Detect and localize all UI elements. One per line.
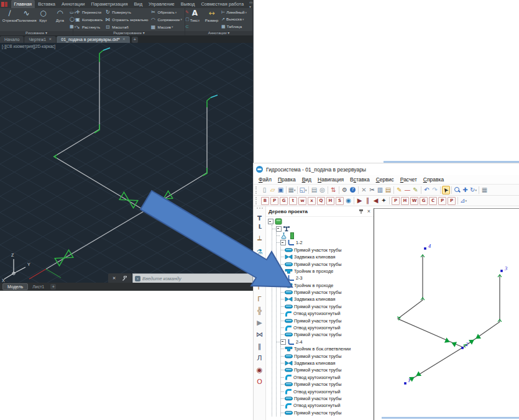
- tree-item-Тройник в проходе[interactable]: Тройник в проходе: [281, 282, 374, 289]
- close-icon[interactable]: ✕: [113, 276, 116, 281]
- tree-expander-icon[interactable]: [280, 275, 286, 281]
- pause-icon[interactable]: ‖: [364, 196, 372, 205]
- viewport-label[interactable]: [-][СВ изометрия][2D-каркас]: [2, 44, 55, 48]
- pipe-drawing[interactable]: ZXY: [0, 43, 253, 283]
- letter-button-G2[interactable]: G: [420, 197, 428, 205]
- connect-pencil-icon[interactable]: ✎: [395, 186, 403, 194]
- circle-tool-button[interactable]: ○Круг: [35, 9, 51, 30]
- wrench-icon[interactable]: [122, 276, 127, 281]
- letter-button-C2[interactable]: C: [429, 197, 437, 205]
- panel-label-Аннотации[interactable]: Аннотации ▾: [185, 31, 253, 35]
- new-document-icon[interactable]: ▯: [260, 186, 269, 194]
- tools-icon[interactable]: ⚙: [341, 186, 349, 194]
- tree-item-Задвижка клиновая[interactable]: Задвижка клиновая: [281, 360, 374, 367]
- close-tab-icon[interactable]: ✕: [48, 36, 52, 43]
- tree-item-Прямой участок трубы[interactable]: Прямой участок трубы: [281, 409, 374, 416]
- command-input[interactable]: › Введите команду: [132, 273, 253, 283]
- arc-tool-button[interactable]: ◠Дуга: [52, 9, 68, 30]
- pin-icon[interactable]: [359, 209, 364, 214]
- letter-button-t[interactable]: t: [289, 197, 297, 205]
- tree-item-Тройник в проходе[interactable]: Тройник в проходе: [281, 268, 374, 275]
- polyline-tool-button[interactable]: ∿Полилиния: [19, 9, 34, 30]
- ribbon-tab-Аннотации[interactable]: Аннотации: [58, 0, 88, 8]
- branch-pipe-icon[interactable]: ┖: [257, 222, 262, 234]
- move-tool-button[interactable]: ✛Перенести: [75, 9, 103, 16]
- ribbon-tab-Совместная работа[interactable]: Совместная работа: [198, 0, 247, 8]
- table-tool-button[interactable]: ▦ Таблица: [221, 24, 247, 30]
- menu-item-Вставка[interactable]: Вставка: [347, 176, 373, 183]
- tree-item-Прямой участок трубы[interactable]: Прямой участок трубы: [281, 352, 374, 359]
- zoom-icon[interactable]: [453, 186, 461, 194]
- ribbon-tab-Вывод[interactable]: Вывод: [178, 0, 198, 8]
- grid-icon[interactable]: ▦: [480, 186, 489, 194]
- new-drawing-button[interactable]: +: [132, 37, 138, 43]
- menu-item-Правка[interactable]: Правка: [275, 176, 299, 183]
- letter-button-H2[interactable]: H: [401, 197, 409, 205]
- tree-item-Отвод крутоизогнутый[interactable]: Отвод крутоизогнутый: [281, 388, 374, 395]
- letter-button-P[interactable]: P: [270, 197, 278, 205]
- tree-item-Прямой участок трубы[interactable]: Прямой участок трубы: [281, 395, 374, 402]
- resistance-icon[interactable]: Л: [257, 352, 262, 364]
- cut-icon[interactable]: ✂: [368, 186, 376, 194]
- redo-icon[interactable]: ↷: [431, 186, 439, 194]
- ribbon-tab-Параметризация[interactable]: Параметризация: [88, 0, 131, 8]
- open-folder-icon[interactable]: ▱: [269, 186, 277, 194]
- file-tab[interactable]: 01_подача в резервуары.dxf*✕: [57, 36, 130, 43]
- select-cursor-icon[interactable]: ➤: [442, 186, 450, 194]
- print-icon[interactable]: ▤: [310, 186, 318, 194]
- dimension-tool-button[interactable]: ↔Размер: [204, 9, 219, 30]
- node-marker-2[interactable]: [461, 347, 464, 349]
- tree-item-Прямой участок трубы[interactable]: Прямой участок трубы: [281, 381, 374, 388]
- add-layout-button[interactable]: +: [50, 284, 56, 290]
- header-pipe-icon[interactable]: ┳: [257, 211, 262, 222]
- windows-icon[interactable]: ◱▾: [299, 186, 307, 194]
- panel-label-Рисование[interactable]: Рисование ▾: [0, 31, 73, 35]
- menu-item-Вид[interactable]: Вид: [299, 176, 315, 183]
- letter-button-G[interactable]: G: [280, 197, 288, 205]
- cross-icon[interactable]: ╬: [257, 305, 262, 317]
- ribbon-tab-Вид[interactable]: Вид: [131, 0, 145, 8]
- node-marker-4[interactable]: [424, 247, 426, 250]
- tree-item-Прямой участок трубы[interactable]: Прямой участок трубы: [281, 317, 374, 324]
- ribbon-overflow-icon[interactable]: ▭ ▾: [249, 0, 253, 9]
- save-icon[interactable]: ▣: [277, 186, 285, 194]
- pan-icon[interactable]: ✚: [461, 186, 469, 194]
- tree-item-source[interactable]: [277, 232, 374, 239]
- tree-item-Отвод крутоизогнутый[interactable]: Отвод крутоизогнутый: [281, 324, 374, 331]
- close-tab-icon[interactable]: ✕: [122, 36, 126, 43]
- copy-tool-button[interactable]: ▣Копировать: [75, 16, 103, 23]
- run-tool-icon[interactable]: ✦: [380, 196, 388, 205]
- reducer-icon[interactable]: ▶: [257, 317, 262, 329]
- tree-item-Тройник в бок.ответвлении[interactable]: Тройник в бок.ответвлении: [281, 345, 374, 352]
- ribbon-tab-Вставка[interactable]: Вставка: [35, 0, 58, 8]
- file-tab[interactable]: Начало: [0, 36, 24, 43]
- text-tool-button[interactable]: AТекст: [187, 9, 203, 30]
- tree-expander-icon[interactable]: [268, 219, 273, 224]
- disconnect-icon[interactable]: —: [403, 186, 411, 194]
- letter-button-Q[interactable]: Q: [317, 197, 325, 205]
- flange-icon[interactable]: ┷: [257, 234, 262, 246]
- tree-item-Отвод крутоизогнутый[interactable]: Отвод крутоизогнутый: [281, 310, 374, 317]
- back-icon[interactable]: ◀: [372, 196, 380, 205]
- tree-item-2-3[interactable]: 2-3: [277, 275, 374, 281]
- trim-tool-button[interactable]: ✂Обрезать▾: [150, 9, 181, 16]
- print-preview-icon[interactable]: ◎: [318, 186, 326, 194]
- layout-tab-Лист1[interactable]: Лист1: [28, 284, 48, 290]
- tree-item-Задвижка клиновая[interactable]: Задвижка клиновая: [281, 296, 374, 303]
- play-icon[interactable]: ▶: [356, 196, 364, 205]
- paste-icon[interactable]: ▤: [384, 186, 392, 194]
- rotate-tool-button[interactable]: ↻Повернуть: [104, 9, 148, 16]
- tree-item-Прямой участок трубы[interactable]: Прямой участок трубы: [281, 247, 374, 253]
- leader-tool-button[interactable]: ↗ Выноска▾: [221, 16, 247, 22]
- copy-icon[interactable]: ▥: [376, 186, 384, 194]
- letter-button-P2[interactable]: P: [392, 197, 400, 205]
- throttle-icon[interactable]: ‖: [258, 340, 262, 352]
- piping-schematic[interactable]: 1234: [374, 209, 518, 420]
- ring-icon[interactable]: О: [257, 376, 262, 388]
- letter-button-P4[interactable]: P: [448, 197, 456, 205]
- node-marker-1[interactable]: [404, 382, 406, 385]
- menu-item-Справка[interactable]: Справка: [420, 176, 447, 183]
- tree-item-Задвижка клиновая[interactable]: Задвижка клиновая: [281, 253, 374, 260]
- export-icon[interactable]: ⇅: [329, 186, 338, 194]
- array-tool-button[interactable]: ▦Массив▾: [150, 24, 181, 30]
